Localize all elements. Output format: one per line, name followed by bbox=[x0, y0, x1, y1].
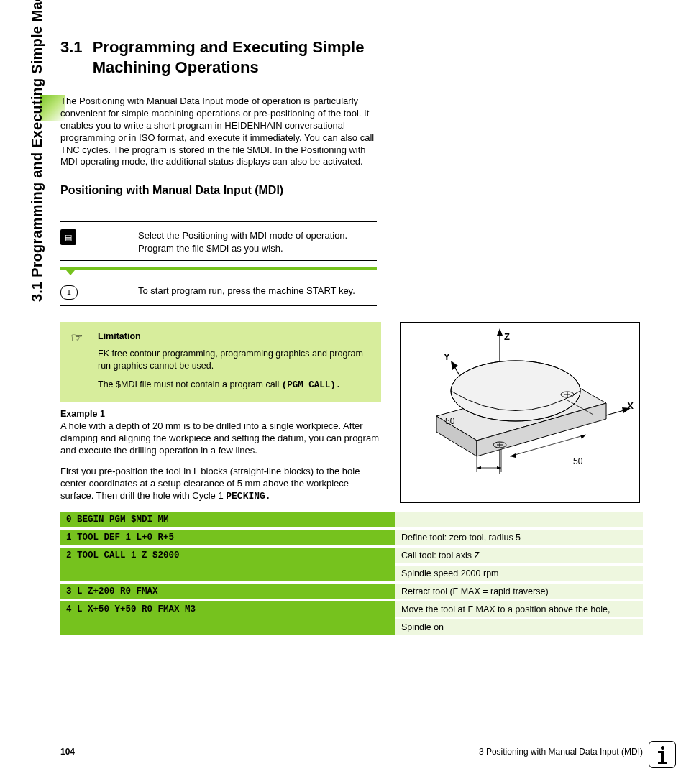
svg-marker-3 bbox=[451, 361, 458, 370]
desc-cell: Retract tool (F MAX = rapid traverse) bbox=[395, 582, 643, 600]
two-column-region: ☞ Limitation FK free contour programming… bbox=[60, 306, 643, 511]
page-number: 104 bbox=[60, 747, 75, 757]
program-table: 0 BEGIN PGM $MDI MM 1 TOOL DEF 1 L+0 R+5… bbox=[60, 512, 643, 637]
workpiece-figure: Z Y X 50 50 bbox=[400, 322, 640, 503]
axis-z-label: Z bbox=[504, 331, 510, 342]
code-cell: 2 TOOL CALL 1 Z S2000 bbox=[60, 546, 395, 582]
dim-50-left: 50 bbox=[445, 416, 454, 426]
code-cell: 4 L X+50 Y+50 R0 FMAX M3 bbox=[60, 600, 395, 636]
example-p1: A hole with a depth of 20 mm is to be dr… bbox=[60, 420, 381, 457]
note-line2-code: (PGM CALL). bbox=[282, 380, 342, 390]
desc-cell: Call tool: tool axis Z bbox=[395, 546, 643, 564]
table-row: 0 BEGIN PGM $MDI MM bbox=[60, 512, 643, 529]
code-cell: 1 TOOL DEF 1 L+0 R+5 bbox=[60, 528, 395, 546]
code-cell: 3 L Z+200 R0 FMAX bbox=[60, 582, 395, 600]
note-title: Limitation bbox=[98, 331, 371, 343]
example-p2-text: First you pre-position the tool in L blo… bbox=[60, 466, 360, 501]
note-line2: The $MDI file must not contain a program… bbox=[98, 379, 371, 392]
dim-50-right: 50 bbox=[573, 456, 582, 466]
desc-cell bbox=[395, 512, 643, 529]
note-line2-text: The $MDI file must not contain a program… bbox=[98, 379, 282, 389]
table-row: 3 L Z+200 R0 FMAXRetract tool (F MAX = r… bbox=[60, 582, 643, 600]
chapter-label: 3 Positioning with Manual Data Input (MD… bbox=[479, 747, 643, 757]
svg-marker-26 bbox=[580, 435, 586, 439]
svg-point-9 bbox=[451, 361, 580, 421]
mdi-softkey-icon: ▤ bbox=[60, 229, 76, 245]
example-p2-code: PECKING. bbox=[226, 491, 270, 502]
step2-text: To start program run, press the machine … bbox=[138, 285, 355, 298]
desc-cell: Spindle on bbox=[395, 618, 643, 636]
start-key-icon: I bbox=[60, 285, 78, 300]
page-heading: 3.1 Programming and Executing Simple Mac… bbox=[60, 37, 643, 77]
svg-marker-25 bbox=[510, 453, 516, 458]
table-row: 4 L X+50 Y+50 R0 FMAX M3Move the tool at… bbox=[60, 600, 643, 618]
info-icon bbox=[649, 741, 676, 768]
page-footer: 104 3 Positioning with Manual Data Input… bbox=[60, 747, 643, 757]
subheading: Positioning with Manual Data Input (MDI) bbox=[60, 184, 643, 197]
step-block-2: I To start program run, press the machin… bbox=[60, 277, 377, 306]
svg-marker-21 bbox=[497, 466, 501, 469]
code-cell: 0 BEGIN PGM $MDI MM bbox=[60, 512, 395, 529]
desc-cell: Define tool: zero tool, radius 5 bbox=[395, 528, 643, 546]
example-label: Example 1 bbox=[60, 409, 381, 419]
page-content: 3.1 Programming and Executing Simple Mac… bbox=[60, 37, 643, 637]
svg-marker-1 bbox=[497, 328, 503, 336]
intro-paragraph: The Positioning with Manual Data Input m… bbox=[60, 96, 377, 168]
limitation-note: ☞ Limitation FK free contour programming… bbox=[60, 322, 381, 402]
svg-marker-20 bbox=[477, 466, 481, 469]
desc-cell: Spindle speed 2000 rpm bbox=[395, 564, 643, 582]
note-line1: FK free contour programming, programming… bbox=[98, 348, 371, 373]
heading-title: Programming and Executing Simple Machini… bbox=[93, 37, 380, 77]
pointing-hand-icon: ☞ bbox=[70, 331, 86, 392]
desc-cell: Move the tool at F MAX to a position abo… bbox=[395, 600, 643, 618]
table-row: 2 TOOL CALL 1 Z S2000Call tool: tool axi… bbox=[60, 546, 643, 564]
sidebar-section-title: 3.1 Programming and Executing Simple Mac… bbox=[29, 0, 45, 302]
axis-x-label: X bbox=[627, 400, 634, 411]
heading-number: 3.1 bbox=[60, 38, 83, 56]
table-row: 1 TOOL DEF 1 L+0 R+5Define tool: zero to… bbox=[60, 528, 643, 546]
step-block-1: ▤ Select the Positioning with MDI mode o… bbox=[60, 221, 377, 261]
green-separator bbox=[60, 267, 377, 270]
step1-text: Select the Positioning with MDI mode of … bbox=[138, 229, 377, 254]
axis-y-label: Y bbox=[444, 351, 450, 362]
example-p2: First you pre-position the tool in L blo… bbox=[60, 466, 381, 503]
